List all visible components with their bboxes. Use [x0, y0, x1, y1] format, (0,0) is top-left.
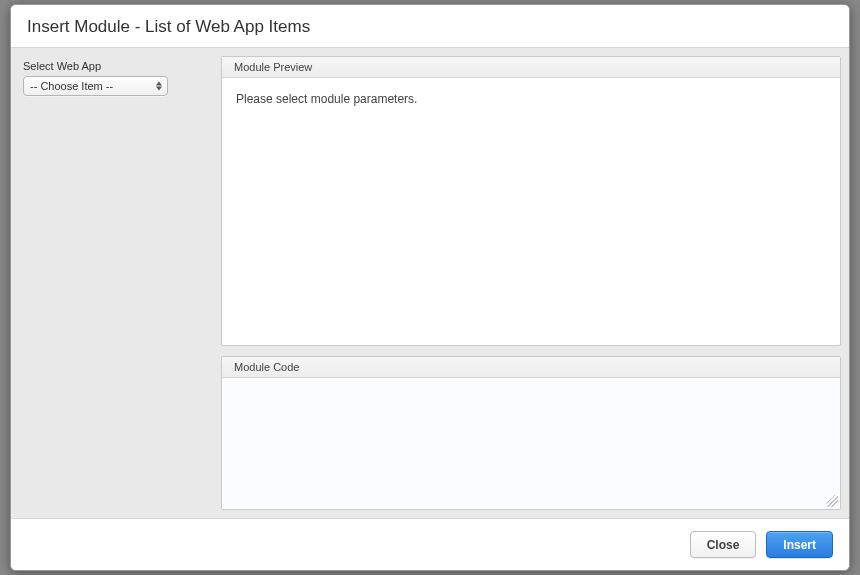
dialog-body: Select Web App -- Choose Item -- Module … — [11, 48, 849, 518]
module-preview-header: Module Preview — [222, 57, 840, 78]
module-code-body — [222, 378, 840, 509]
select-webapp-dropdown[interactable]: -- Choose Item -- — [23, 76, 168, 96]
dialog-header: Insert Module - List of Web App Items — [11, 5, 849, 48]
module-preview-panel: Module Preview Please select module para… — [221, 56, 841, 346]
module-preview-body: Please select module parameters. — [222, 78, 840, 345]
insert-button[interactable]: Insert — [766, 531, 833, 558]
main-area: Module Preview Please select module para… — [221, 48, 849, 518]
module-preview-message: Please select module parameters. — [236, 92, 417, 106]
module-code-header: Module Code — [222, 357, 840, 378]
module-code-panel: Module Code — [221, 356, 841, 510]
select-webapp-wrap: -- Choose Item -- — [23, 76, 168, 96]
module-code-textarea[interactable] — [222, 378, 840, 509]
sidebar: Select Web App -- Choose Item -- — [11, 48, 221, 518]
dialog-title: Insert Module - List of Web App Items — [27, 17, 833, 37]
select-webapp-label: Select Web App — [23, 60, 209, 72]
dialog-footer: Close Insert — [11, 518, 849, 570]
close-button[interactable]: Close — [690, 531, 757, 558]
insert-module-dialog: Insert Module - List of Web App Items Se… — [10, 4, 850, 571]
